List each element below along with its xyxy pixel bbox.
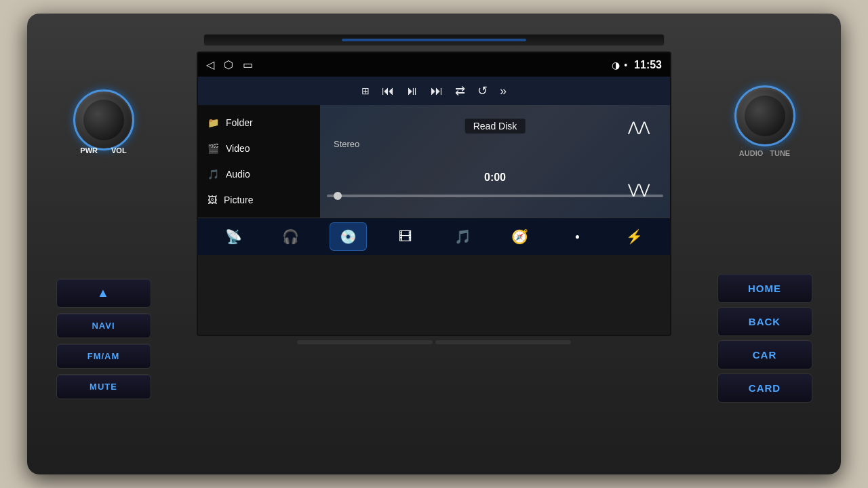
time-display: 0:00 <box>484 171 506 184</box>
brightness-icon: ◑ <box>612 60 620 70</box>
volume-knob[interactable] <box>73 89 134 150</box>
scroll-up-icon[interactable]: ⋀⋀ <box>628 119 650 135</box>
vol-label: VOL <box>111 146 127 155</box>
dot-icon: ● <box>575 232 580 241</box>
shuffle-button[interactable]: ⇄ <box>455 83 465 98</box>
progress-track[interactable] <box>327 195 663 197</box>
menu-item-picture[interactable]: 🖼 Picture <box>198 188 320 212</box>
right-buttons: HOME BACK CAR CARD <box>717 274 812 403</box>
grid-button[interactable]: ⊞ <box>361 85 370 96</box>
cd-slot <box>203 34 665 46</box>
car-button[interactable]: CAR <box>717 340 812 369</box>
tab-headphone[interactable]: 🎧 <box>272 222 309 251</box>
tab-bar: 📡 🎧 💿 🎞 🎵 🧭 ● <box>198 218 670 255</box>
status-right: ◑ • 11:53 <box>612 59 662 71</box>
tab-film[interactable]: 🎞 <box>387 222 424 251</box>
main-screen: ◁ ⬡ ▭ ◑ • 11:53 ⊞ ⏮ ⏯ ⏭ ⇄ ↺ <box>197 52 671 336</box>
scroll-icons: ⋀⋀ ⋁⋁ <box>628 119 650 197</box>
picture-icon: 🖼 <box>208 195 217 205</box>
car-unit: PWR VOL ▲ NAVI FM/AM MUTE ◁ ⬡ ▭ <box>27 14 841 474</box>
audio-label-knob: AUDIO <box>739 149 763 157</box>
main-content: 📁 Folder 🎬 Video 🎵 Audio 🖼 Picture <box>198 105 670 218</box>
nav-icon-tab: 🧭 <box>511 228 528 245</box>
stereo-label: Stereo <box>334 139 359 149</box>
bluetooth-icon: ⚡ <box>626 228 643 245</box>
folder-icon: 📁 <box>208 117 219 128</box>
audio-label: Audio <box>226 169 250 180</box>
sidebar-menu: 📁 Folder 🎬 Video 🎵 Audio 🖼 Picture <box>198 105 320 218</box>
center-area: ◁ ⬡ ▭ ◑ • 11:53 ⊞ ⏮ ⏯ ⏭ ⇄ ↺ <box>180 34 688 454</box>
nav-icons: ◁ ⬡ ▭ <box>206 58 253 71</box>
card-button[interactable]: CARD <box>717 373 812 403</box>
status-bar: ◁ ⬡ ▭ ◑ • 11:53 <box>198 53 670 77</box>
right-panel: AUDIO TUNE HOME BACK CAR CARD <box>702 20 827 468</box>
tab-nav[interactable]: 🧭 <box>501 222 538 251</box>
tab-dot[interactable]: ● <box>559 222 596 251</box>
film-icon: 🎞 <box>399 229 412 245</box>
left-panel: PWR VOL ▲ NAVI FM/AM MUTE <box>41 20 166 468</box>
progress-container[interactable] <box>327 193 663 199</box>
home-button[interactable]: HOME <box>717 274 812 303</box>
radio-icon: 📡 <box>225 228 242 245</box>
cd-icon: 💿 <box>340 228 357 245</box>
navi-button[interactable]: NAVI <box>56 313 151 338</box>
pwr-label: PWR <box>80 146 98 155</box>
headphone-icon: 🎧 <box>282 228 299 245</box>
more-button[interactable]: » <box>500 84 507 98</box>
right-knob-labels: AUDIO TUNE <box>739 149 790 157</box>
home-nav-icon[interactable]: ⬡ <box>224 58 233 71</box>
menu-item-audio[interactable]: 🎵 Audio <box>198 162 320 186</box>
back-button[interactable]: BACK <box>717 307 812 336</box>
picture-label: Picture <box>224 195 254 205</box>
tune-label-knob: TUNE <box>770 149 790 157</box>
back-nav-icon[interactable]: ◁ <box>206 58 214 71</box>
left-buttons: ▲ NAVI FM/AM MUTE <box>56 279 151 399</box>
tab-bluetooth[interactable]: ⚡ <box>616 222 653 251</box>
tab-cd[interactable]: 💿 <box>330 222 367 251</box>
tune-knob[interactable] <box>734 85 795 146</box>
tab-ipod[interactable]: 🎵 <box>444 222 481 251</box>
menu-nav-icon[interactable]: ▭ <box>243 58 253 71</box>
play-pause-button[interactable]: ⏯ <box>406 84 418 98</box>
clock-display: 11:53 <box>634 59 662 71</box>
player-area: Read Disk Stereo ⋀⋀ ⋁⋁ 0:00 <box>320 105 670 218</box>
controls-bar: ⊞ ⏮ ⏯ ⏭ ⇄ ↺ » <box>198 77 670 105</box>
mute-button[interactable]: MUTE <box>56 374 151 399</box>
progress-thumb[interactable] <box>334 192 342 200</box>
audio-icon: 🎵 <box>208 169 219 180</box>
ipod-icon: 🎵 <box>454 228 471 245</box>
tab-radio[interactable]: 📡 <box>215 222 252 251</box>
signal-icon: • <box>624 60 627 70</box>
eject-button[interactable]: ▲ <box>56 279 151 308</box>
status-icons: ◑ • <box>612 60 627 70</box>
read-disk-label: Read Disk <box>465 119 526 134</box>
menu-item-folder[interactable]: 📁 Folder <box>198 110 320 135</box>
prev-button[interactable]: ⏮ <box>382 84 394 98</box>
menu-item-video[interactable]: 🎬 Video <box>198 136 320 161</box>
repeat-button[interactable]: ↺ <box>477 83 488 98</box>
next-button[interactable]: ⏭ <box>431 84 443 98</box>
video-label: Video <box>226 143 250 154</box>
fm-am-button[interactable]: FM/AM <box>56 344 151 369</box>
folder-label: Folder <box>226 117 253 128</box>
video-icon: 🎬 <box>208 143 219 154</box>
